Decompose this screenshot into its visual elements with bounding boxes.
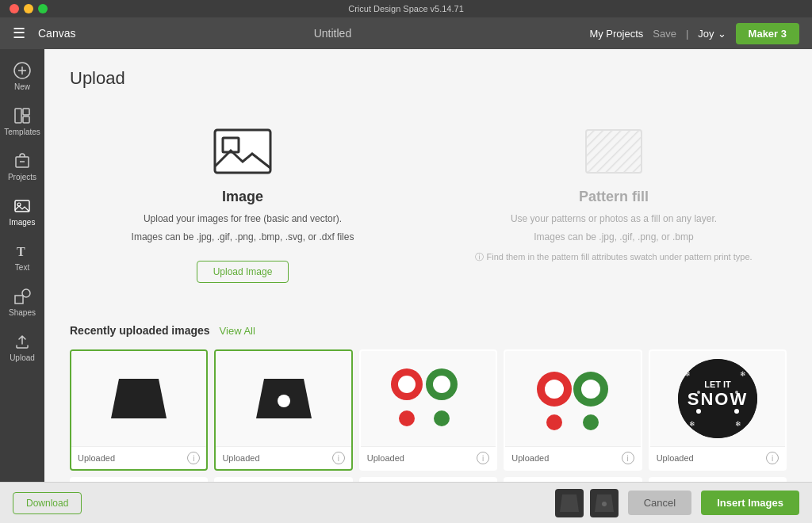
view-all-link[interactable]: View All (220, 325, 255, 337)
svg-point-40 (697, 391, 700, 394)
svg-text:T: T (17, 245, 25, 258)
svg-point-26 (545, 380, 564, 399)
projects-icon (13, 152, 31, 170)
svg-point-12 (22, 289, 30, 297)
image-label-row-3: Uploaded i (361, 446, 496, 469)
svg-point-28 (581, 380, 600, 399)
image-thumb-4 (505, 351, 640, 446)
sidebar-item-new[interactable]: New (0, 55, 44, 97)
canvas-label: Canvas (38, 27, 75, 40)
image-grid: Uploaded i Uploaded i (70, 349, 787, 471)
info-icon-3[interactable]: i (477, 452, 489, 464)
bottom-left-group: Download (13, 492, 82, 514)
pattern-option-desc2: Images can be .jpg, .gif, .png, or .bmp (534, 230, 693, 245)
sidebar-item-images[interactable]: Images (0, 191, 44, 233)
svg-text:❄: ❄ (735, 420, 741, 428)
recent-section-title: Recently uploaded images (70, 324, 210, 337)
info-icon-5[interactable]: i (766, 452, 779, 464)
image-thumb-1 (71, 351, 206, 446)
svg-text:LET IT: LET IT (704, 380, 731, 389)
download-button[interactable]: Download (13, 492, 82, 514)
sidebar-label-images: Images (10, 218, 36, 227)
selected-thumb-1 (555, 489, 584, 517)
sidebar-label-projects: Projects (8, 173, 36, 181)
donuts-small-svg (529, 359, 616, 438)
cancel-button[interactable]: Cancel (628, 491, 691, 515)
svg-text:❄: ❄ (689, 420, 695, 428)
maximize-button[interactable] (38, 4, 48, 13)
sidebar-item-shapes[interactable]: Shapes (0, 281, 44, 323)
templates-icon (13, 107, 31, 124)
trapezoid-dot-svg (248, 363, 320, 434)
sidebar-label-text: Text (15, 263, 29, 272)
image-icon-container (211, 124, 274, 179)
divider: | (686, 28, 688, 40)
pattern-fill-option: Pattern fill Use your patterns or photos… (441, 108, 787, 299)
hamburger-icon[interactable]: ☰ (13, 25, 25, 42)
sidebar: New Templates Projects (0, 49, 44, 482)
image-label-row-5: Uploaded i (650, 446, 785, 469)
upload-image-button[interactable]: Upload Image (197, 261, 289, 283)
maker-button[interactable]: Maker 3 (736, 23, 799, 44)
image-option-desc2: Images can be .jpg, .gif, .png, .bmp, .s… (132, 230, 354, 245)
selected-thumbs-group (555, 489, 619, 517)
image-thumb-3 (361, 351, 496, 446)
image-option-title: Image (222, 189, 263, 205)
image-card-2[interactable]: Uploaded i (214, 349, 352, 471)
image-thumb-2 (216, 351, 350, 446)
svg-rect-17 (586, 130, 642, 173)
image-label-2: Uploaded (222, 453, 259, 463)
image-label-3: Uploaded (367, 453, 404, 463)
upload-options: Image Upload your images for free (basic… (70, 108, 787, 299)
sidebar-label-shapes: Shapes (9, 308, 36, 317)
donuts-svg (385, 359, 472, 438)
sidebar-item-upload[interactable]: Upload (0, 326, 44, 368)
title-bar: Cricut Design Space v5.14.71 (0, 0, 812, 17)
info-icon-4[interactable]: i (622, 452, 634, 464)
image-upload-option: Image Upload your images for free (basic… (70, 108, 416, 299)
svg-text:❄: ❄ (740, 370, 746, 378)
svg-point-18 (278, 395, 290, 407)
pattern-option-title: Pattern fill (579, 189, 649, 205)
svg-point-23 (399, 410, 415, 426)
user-menu[interactable]: Joy ⌄ (698, 28, 726, 40)
sidebar-label-new: New (14, 82, 30, 91)
image-card-1[interactable]: Uploaded i (70, 349, 208, 471)
image-card-3[interactable]: Uploaded i (359, 349, 497, 471)
menu-bar: ☰ Canvas Untitled My Projects Save | Joy… (0, 17, 812, 49)
sidebar-item-projects[interactable]: Projects (0, 146, 44, 188)
image-card-4[interactable]: Uploaded i (504, 349, 642, 471)
save-link[interactable]: Save (653, 28, 676, 40)
insert-images-button[interactable]: Insert Images (701, 491, 799, 515)
menu-right-group: My Projects Save | Joy ⌄ Maker 3 (589, 23, 799, 44)
svg-point-30 (583, 414, 599, 430)
sidebar-label-upload: Upload (10, 353, 35, 362)
image-label-1: Uploaded (78, 453, 115, 463)
sidebar-item-templates[interactable]: Templates (0, 101, 44, 143)
svg-point-29 (546, 414, 562, 430)
info-icon-2[interactable]: i (332, 452, 345, 464)
svg-point-24 (434, 410, 450, 426)
svg-point-41 (735, 391, 738, 394)
app-title: Cricut Design Space v5.14.71 (348, 4, 464, 13)
recent-section-header: Recently uploaded images View All (70, 324, 787, 337)
image-option-desc1: Upload your images for free (basic and v… (144, 212, 342, 227)
selected-thumb-svg-1 (557, 491, 581, 515)
minimize-button[interactable] (24, 4, 33, 13)
my-projects-link[interactable]: My Projects (589, 28, 643, 40)
svg-point-38 (696, 409, 701, 414)
selected-thumb-2 (590, 489, 619, 517)
svg-rect-11 (15, 296, 23, 303)
sidebar-label-templates: Templates (4, 128, 40, 136)
svg-point-42 (602, 502, 607, 506)
shapes-icon (13, 288, 31, 305)
snow-circle: ❄ ❄ ❄ ❄ LET IT SNOW (678, 359, 757, 438)
image-label-row-2: Uploaded i (216, 446, 350, 469)
image-card-5[interactable]: ❄ ❄ ❄ ❄ LET IT SNOW (649, 349, 787, 471)
info-icon-1[interactable]: i (187, 452, 200, 464)
pattern-option-desc1: Use your patterns or photos as a fill on… (511, 212, 717, 227)
close-button[interactable] (10, 4, 19, 13)
sidebar-item-text[interactable]: T Text (0, 236, 44, 278)
content-area: Upload Image Upload your images for free… (44, 49, 812, 482)
window-controls[interactable] (10, 4, 48, 13)
